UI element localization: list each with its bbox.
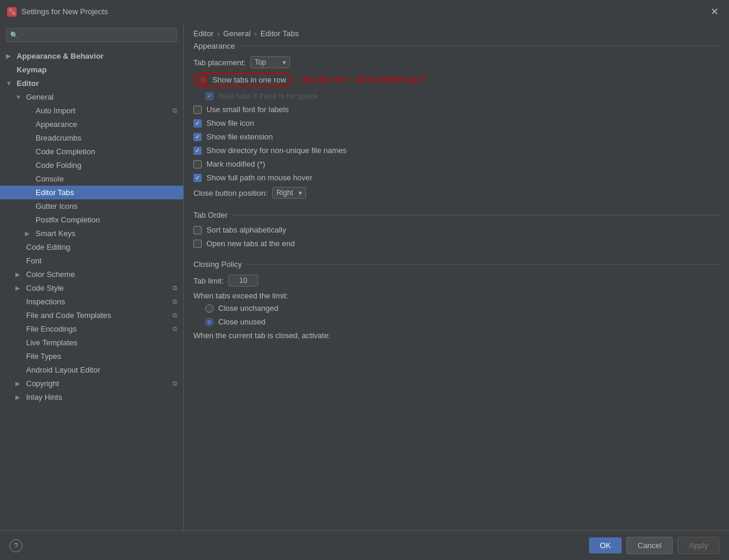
ok-button[interactable]: OK (589, 537, 622, 553)
show-file-extension-checkbox[interactable] (193, 133, 202, 141)
sidebar-item-code-editing[interactable]: Code Editing (0, 240, 183, 254)
when-exceed-label: When tabs exceed the limit: (193, 291, 288, 300)
annotation-text: 默认显示单行，取消勾选则显示多行 (303, 75, 426, 85)
close-button[interactable]: ✕ (707, 5, 722, 18)
sidebar-item-font[interactable]: Font (0, 254, 183, 268)
sidebar-item-code-style[interactable]: Code Style ⧉ (0, 281, 183, 295)
arrow-icon (25, 230, 32, 237)
close-button-select[interactable]: Right Left None (272, 187, 306, 199)
sidebar-item-label: Code Editing (26, 243, 70, 252)
help-button[interactable]: ? (9, 539, 23, 552)
sort-alphabetically-row[interactable]: Sort tabs alphabetically (193, 225, 720, 234)
sidebar-item-file-encodings[interactable]: File Encodings ⧉ (0, 322, 183, 336)
tab-limit-row: Tab limit: (193, 275, 720, 287)
sidebar-item-code-folding[interactable]: Code Folding (0, 158, 183, 172)
sidebar-item-keymap[interactable]: Keymap (0, 63, 183, 77)
mark-modified-checkbox[interactable] (193, 160, 202, 168)
sidebar-item-label: Inlay Hints (26, 393, 62, 402)
tab-order-section: Tab Order Sort tabs alphabetically Open … (193, 211, 720, 248)
show-directory-label: Show directory for non-unique file names (206, 146, 346, 155)
sidebar-item-label: Auto Import (36, 106, 75, 115)
close-unchanged-row[interactable]: Close unchanged (193, 304, 720, 313)
sort-alphabetically-checkbox[interactable] (193, 226, 202, 234)
sidebar-item-label: Postfix Completion (36, 215, 100, 224)
small-font-row[interactable]: Use small font for labels (193, 105, 720, 114)
main-content: Editor › General › Editor Tabs Appearanc… (184, 23, 729, 530)
sidebar-item-label: Gutter Icons (36, 202, 78, 211)
mark-modified-row[interactable]: Mark modified (*) (193, 160, 720, 168)
tab-limit-label: Tab limit: (193, 276, 224, 285)
sidebar-item-label: Android Layout Editor (26, 365, 100, 374)
tab-placement-select[interactable]: Top Bottom Left Right None (250, 56, 290, 68)
sidebar-item-appearance-behavior[interactable]: Appearance & Behavior (0, 49, 183, 63)
hide-tabs-label: Hide tabs if there is no space (218, 91, 318, 100)
sidebar-item-breadcrumbs[interactable]: Breadcrumbs (0, 131, 183, 145)
sidebar-item-file-code-templates[interactable]: File and Code Templates ⧉ (0, 308, 183, 322)
sidebar-item-label: Smart Keys (36, 229, 75, 238)
sidebar-item-inspections[interactable]: Inspections ⧉ (0, 295, 183, 308)
breadcrumb-general: General (223, 29, 250, 38)
search-input[interactable] (6, 28, 177, 42)
tab-placement-select-wrap: Top Bottom Left Right None ▼ (250, 56, 290, 68)
arrow-icon (15, 394, 23, 400)
close-unused-radio[interactable] (205, 318, 214, 326)
arrow-icon (15, 285, 23, 291)
sidebar-item-copyright[interactable]: Copyright ⧉ (0, 377, 183, 390)
arrow-icon (15, 271, 23, 278)
open-new-end-checkbox[interactable] (193, 240, 202, 248)
hide-tabs-checkbox[interactable] (205, 92, 214, 100)
show-directory-row[interactable]: Show directory for non-unique file names (193, 146, 720, 155)
show-tabs-one-row-row: Show tabs in one row 默认显示单行，取消勾选则显示多行 (193, 73, 720, 87)
show-file-icon-row[interactable]: Show file icon (193, 119, 720, 128)
show-tabs-one-row-checkbox[interactable] (199, 76, 208, 84)
sidebar-item-gutter-icons[interactable]: Gutter Icons (0, 199, 183, 213)
tab-limit-input[interactable] (228, 275, 258, 287)
small-font-checkbox[interactable] (193, 106, 202, 114)
when-closed-label: When the current tab is closed, activate… (193, 331, 330, 340)
sidebar-item-smart-keys[interactable]: Smart Keys (0, 227, 183, 240)
mark-modified-label: Mark modified (*) (206, 160, 265, 168)
show-full-path-label: Show full path on mouse hover (206, 173, 313, 182)
sidebar-item-editor[interactable]: Editor (0, 77, 183, 90)
show-file-icon-label: Show file icon (206, 119, 254, 128)
close-unused-row[interactable]: Close unused (193, 317, 720, 326)
cancel-button[interactable]: Cancel (626, 537, 673, 554)
sidebar-item-console[interactable]: Console (0, 172, 183, 186)
show-tabs-one-row-label: Show tabs in one row (212, 75, 286, 84)
show-directory-checkbox[interactable] (193, 147, 202, 155)
sidebar-item-live-templates[interactable]: Live Templates (0, 336, 183, 349)
sidebar-item-label: File and Code Templates (26, 311, 112, 320)
sidebar-item-appearance[interactable]: Appearance (0, 117, 183, 131)
show-full-path-row[interactable]: Show full path on mouse hover (193, 173, 720, 182)
sidebar-item-inlay-hints[interactable]: Inlay Hints (0, 390, 183, 404)
show-full-path-checkbox[interactable] (193, 174, 202, 182)
content-area: Appearance Tab placement: Top Bottom Lef… (184, 42, 729, 530)
sidebar-item-label: File Encodings (26, 324, 77, 333)
copy-icon: ⧉ (173, 107, 177, 114)
open-new-end-row[interactable]: Open new tabs at the end (193, 239, 720, 248)
sidebar-item-android-layout-editor[interactable]: Android Layout Editor (0, 363, 183, 377)
sidebar-item-file-types[interactable]: File Types (0, 349, 183, 363)
hide-tabs-row[interactable]: Hide tabs if there is no space (193, 91, 720, 100)
tab-placement-label: Tab placement: (193, 58, 246, 67)
close-unchanged-radio[interactable] (205, 304, 214, 313)
sidebar-item-editor-tabs[interactable]: Editor Tabs (0, 186, 183, 199)
close-button-row: Close button position: Right Left None ▼ (193, 187, 720, 199)
sidebar-item-code-completion[interactable]: Code Completion (0, 145, 183, 158)
show-file-icon-checkbox[interactable] (193, 119, 202, 128)
arrow-icon (6, 53, 13, 59)
tab-order-header: Tab Order (193, 211, 720, 219)
sidebar-item-postfix-completion[interactable]: Postfix Completion (0, 213, 183, 227)
sidebar-item-auto-import[interactable]: Auto Import ⧉ (0, 104, 183, 117)
copy-icon: ⧉ (173, 380, 177, 387)
close-unchanged-label: Close unchanged (218, 304, 278, 313)
show-file-extension-label: Show file extension (206, 132, 273, 141)
show-file-extension-row[interactable]: Show file extension (193, 132, 720, 141)
dialog-title: Settings for New Projects (21, 7, 108, 16)
breadcrumb-editor: Editor (193, 29, 214, 38)
sidebar-item-general[interactable]: General (0, 90, 183, 104)
appearance-section: Appearance Tab placement: Top Bottom Lef… (193, 42, 720, 199)
sidebar-item-color-scheme[interactable]: Color Scheme (0, 268, 183, 281)
close-button-label: Close button position: (193, 189, 268, 198)
apply-button[interactable]: Apply (677, 537, 720, 554)
